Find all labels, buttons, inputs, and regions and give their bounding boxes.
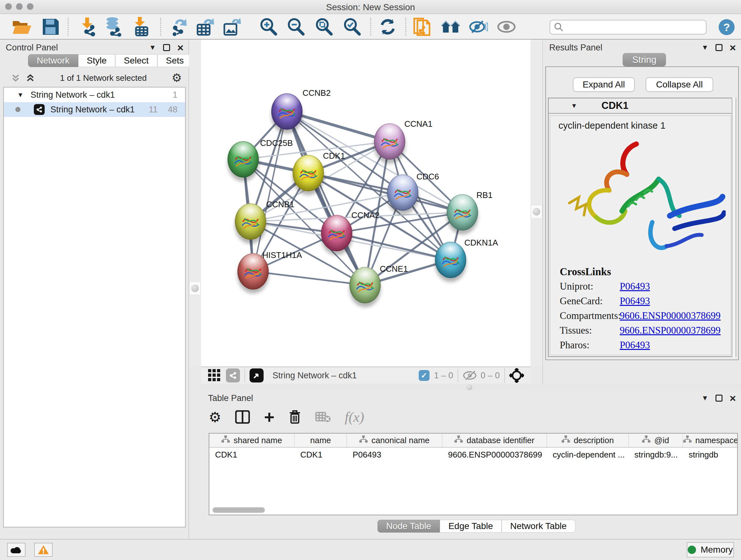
crosslink-link[interactable]: P06493 — [620, 339, 650, 351]
tab-edge-table[interactable]: Edge Table — [440, 520, 502, 533]
network-node-CDC6[interactable] — [387, 174, 418, 211]
network-node-CDKN1A[interactable] — [435, 242, 466, 278]
refresh-icon[interactable] — [376, 17, 400, 37]
birds-eye-view-icon[interactable] — [250, 368, 264, 382]
network-node-CCNE1[interactable] — [349, 267, 381, 303]
warnings-button[interactable] — [34, 543, 53, 557]
import-network-file-icon[interactable] — [76, 17, 99, 37]
string-import-icon[interactable] — [410, 17, 434, 37]
network-node-CCNB2[interactable] — [271, 93, 302, 130]
section-expander-icon[interactable]: ▼ — [571, 102, 577, 110]
table-cell[interactable]: stringdb:9... — [629, 448, 683, 462]
right-splitter[interactable] — [530, 40, 542, 367]
collapse-all-icon[interactable] — [11, 73, 20, 83]
network-node-CDC25B[interactable] — [227, 141, 259, 178]
crosslink-link[interactable]: P06493 — [620, 281, 650, 292]
table-cell[interactable]: 9606.ENSP00000378699 — [442, 448, 547, 462]
expand-all-icon[interactable] — [25, 73, 35, 83]
export-image-icon[interactable] — [220, 17, 244, 37]
column-header-namespace[interactable]: namespace — [683, 434, 738, 447]
table-horizontal-scrollbar[interactable] — [212, 507, 265, 513]
tab-style[interactable]: Style — [78, 54, 115, 67]
splitter-handle[interactable] — [189, 282, 201, 295]
network-node-CDK1[interactable] — [293, 155, 324, 191]
network-node-CCNA2[interactable] — [321, 215, 352, 251]
show-columns-icon[interactable] — [235, 410, 250, 424]
delete-column-trash-icon[interactable] — [288, 410, 301, 424]
delete-table-icon[interactable] — [315, 411, 331, 423]
gear-icon[interactable]: ⚙ — [172, 71, 182, 84]
column-header-database-identifier[interactable]: database identifier — [442, 434, 547, 447]
close-panel-icon[interactable]: × — [177, 44, 184, 51]
network-canvas[interactable]: CCNB2CCNA1CDC25BCDK1CDC6RB1CCNB1CCNA2CDK… — [201, 40, 530, 367]
splitter-handle[interactable] — [531, 205, 542, 219]
table-cell[interactable]: stringdb — [683, 448, 738, 462]
tab-select[interactable]: Select — [115, 54, 157, 67]
search-input[interactable] — [563, 22, 697, 33]
export-network-icon[interactable] — [167, 17, 191, 37]
tab-network[interactable]: Network — [28, 54, 78, 67]
function-builder-icon[interactable]: f(x) — [345, 409, 364, 425]
tab-sets[interactable]: Sets — [157, 54, 192, 67]
tree-network-row[interactable]: String Network – cdk1 11 48 — [4, 102, 185, 117]
cloud-button[interactable] — [7, 543, 25, 557]
selected-checkbox-icon[interactable]: ✓ — [419, 370, 429, 381]
save-session-icon[interactable] — [39, 17, 63, 37]
help-icon[interactable]: ? — [719, 19, 735, 35]
table-settings-gear-icon[interactable]: ⚙ — [209, 409, 221, 425]
crosslink-link[interactable]: 9606.ENSP00000378699 — [620, 310, 721, 321]
hide-panels-eye-icon[interactable] — [467, 17, 490, 37]
memory-button[interactable]: Memory — [687, 542, 734, 557]
zoom-fit-icon[interactable] — [312, 17, 336, 37]
network-node-CCNA1[interactable] — [374, 123, 405, 160]
column-header-canonical-name[interactable]: canonical name — [347, 434, 442, 447]
column-header-shared-name[interactable]: shared name — [209, 434, 294, 447]
open-session-icon[interactable] — [10, 17, 34, 37]
table-row[interactable]: CDK1CDK1P064939606.ENSP00000378699cyclin… — [209, 448, 737, 462]
gene-section-header[interactable]: ▼ CDK1 — [549, 98, 732, 114]
table-cell[interactable]: cyclin-dependent ... — [547, 448, 629, 462]
network-share-icon[interactable] — [226, 368, 240, 382]
left-splitter[interactable] — [189, 40, 201, 367]
export-table-icon[interactable] — [193, 17, 217, 37]
houses-icon[interactable] — [439, 17, 463, 37]
collapse-panel-icon[interactable]: ▼ — [149, 44, 156, 52]
tree-expander-icon[interactable]: ▼ — [17, 91, 23, 99]
horizontal-splitter[interactable] — [201, 384, 741, 391]
close-panel-icon[interactable]: × — [730, 44, 736, 51]
tab-network-table[interactable]: Network Table — [502, 520, 576, 533]
column-header--id[interactable]: @id — [629, 434, 683, 447]
column-header-name[interactable]: name — [294, 434, 347, 447]
crosslink-link[interactable]: 9606.ENSP00000378699 — [620, 325, 721, 336]
table-cell[interactable]: CDK1 — [209, 448, 294, 462]
collapse-panel-icon[interactable]: ▼ — [701, 44, 709, 52]
grid-view-icon[interactable] — [208, 369, 221, 382]
crosslink-link[interactable]: P06493 — [620, 295, 650, 307]
network-node-CCNB1[interactable] — [235, 203, 266, 240]
splitter-handle[interactable] — [467, 384, 472, 390]
zoom-in-icon[interactable] — [257, 17, 280, 37]
collapse-all-button[interactable]: Collapse All — [646, 77, 713, 92]
import-table-file-icon[interactable] — [129, 17, 152, 37]
collapse-panel-icon[interactable]: ▼ — [701, 394, 709, 402]
float-panel-icon[interactable] — [163, 44, 170, 51]
network-node-RB1[interactable] — [447, 194, 478, 231]
column-header-description[interactable]: description — [547, 434, 629, 447]
table-cell[interactable]: CDK1 — [294, 448, 347, 462]
zoom-selected-icon[interactable] — [340, 17, 364, 37]
float-panel-icon[interactable] — [716, 395, 723, 401]
import-network-database-icon[interactable] — [102, 17, 125, 37]
close-panel-icon[interactable]: × — [730, 395, 736, 401]
tab-string[interactable]: String — [623, 53, 666, 66]
fit-selected-crosshair-icon[interactable] — [509, 368, 524, 383]
results-scrollbar[interactable] — [732, 98, 736, 357]
zoom-out-icon[interactable] — [284, 17, 308, 37]
float-panel-icon[interactable] — [716, 44, 723, 51]
tab-node-table[interactable]: Node Table — [378, 520, 440, 533]
add-column-icon[interactable]: + — [264, 411, 274, 423]
eye-icon[interactable] — [495, 17, 518, 37]
hidden-eye-icon[interactable] — [463, 370, 477, 381]
tree-root-row[interactable]: ▼ String Network – cdk1 1 — [4, 87, 185, 102]
expand-all-button[interactable]: Expand All — [573, 77, 635, 92]
table-cell[interactable]: P06493 — [347, 448, 442, 462]
